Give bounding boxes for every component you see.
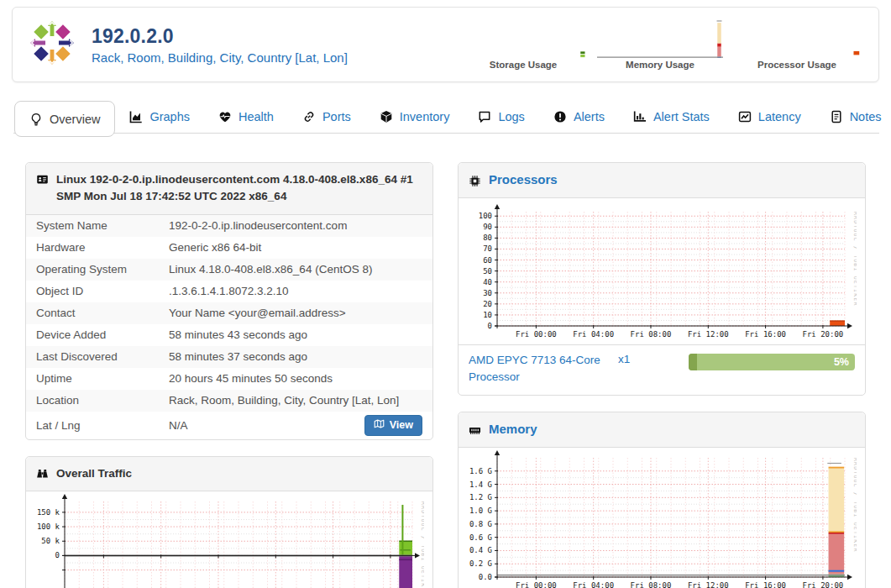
tab-overview[interactable]: Overview (14, 101, 115, 137)
svg-text:100: 100 (479, 212, 492, 220)
tab-label: Latency (758, 110, 801, 123)
row-label: Uptime (36, 372, 169, 385)
svg-text:1.6 G: 1.6 G (469, 467, 492, 475)
spark-memory-sparkline[interactable] (597, 20, 723, 58)
memory-icon (469, 424, 481, 437)
svg-text:60: 60 (483, 255, 492, 264)
view-location-button[interactable]: View (364, 415, 422, 436)
row-value: Generic x86 64-bit (169, 241, 422, 254)
svg-text:Fri 20:00: Fri 20:00 (803, 581, 844, 588)
system-info-table: System Name 192-0-2-0.ip.linodeuserconte… (26, 215, 432, 439)
processors-graph[interactable]: 0102030405060708090100Fri 00:00Fri 04:00… (464, 200, 857, 343)
device-header: 192.0.2.0 Rack, Room, Building, City, Co… (12, 7, 879, 82)
tab-label: Health (238, 110, 274, 123)
row-label: Object ID (36, 285, 169, 297)
svg-text:Fri 00:00: Fri 00:00 (516, 581, 557, 588)
mini-graph-label: Processor Usage (734, 60, 860, 70)
device-title: 192.0.2.0 (92, 25, 348, 48)
tab-alert-stats[interactable]: Alert Stats (619, 101, 724, 133)
device-location-link[interactable]: Rack, Room, Building, City, Country [Lat… (92, 50, 348, 65)
svg-text:Fri 04:00: Fri 04:00 (573, 330, 614, 339)
system-row-uptime: Uptime 20 hours 45 minutes 50 seconds (26, 368, 432, 390)
svg-text:RRDTOOL / TOBI OETIKER: RRDTOOL / TOBI OETIKER (852, 212, 857, 307)
memory-panel-header[interactable]: Memory (459, 412, 865, 448)
row-value: Linux 4.18.0-408.el8.x86_64 (CentOS 8) (169, 263, 422, 276)
svg-text:0.6 G: 0.6 G (469, 533, 492, 542)
tab-label: Logs (498, 110, 524, 123)
spark-storage-sparkline[interactable] (460, 20, 586, 58)
cpu-count: x1 (618, 352, 677, 365)
processors-panel-header[interactable]: Processors (459, 163, 865, 198)
tab-alerts[interactable]: Alerts (539, 101, 619, 133)
cpu-name-link[interactable]: AMD EPYC 7713 64-Core Processor (469, 352, 611, 387)
left-column: Linux 192-0-2-0.ip.linodeusercontent.com… (25, 162, 433, 588)
overall-traffic-title: Overall Traffic (56, 465, 132, 482)
cube-icon (380, 110, 393, 123)
svg-text:RRDTOOL / TOBI OETIKER: RRDTOOL / TOBI OETIKER (420, 501, 424, 588)
mini-graph-memory-usage[interactable]: Memory Usage (597, 20, 723, 70)
row-label: Device Added (36, 328, 169, 341)
svg-text:RRDTOOL / TOBI OETIKER: RRDTOOL / TOBI OETIKER (852, 458, 857, 553)
mini-graph-processor-usage[interactable]: Processor Usage (734, 20, 860, 70)
tab-label: Graphs (149, 110, 190, 123)
svg-text:Fri 08:00: Fri 08:00 (631, 330, 672, 339)
tab-notes[interactable]: Notes (815, 101, 891, 133)
svg-text:0.0: 0.0 (479, 573, 492, 581)
row-value: .1.3.6.1.4.1.8072.3.2.10 (169, 285, 422, 297)
centos-logo (28, 18, 76, 71)
svg-text:0: 0 (488, 322, 492, 330)
svg-text:10: 10 (483, 310, 492, 318)
row-label: System Name (36, 219, 169, 232)
svg-text:30: 30 (483, 288, 492, 297)
microchip-icon (469, 175, 481, 187)
map-icon (374, 418, 385, 432)
tab-label: Alerts (574, 110, 605, 123)
system-row-hardware: Hardware Generic x86 64-bit (26, 237, 432, 259)
tab-bar-divider (13, 133, 879, 134)
chart-bar-icon (633, 110, 647, 123)
address-card-icon (36, 173, 49, 186)
svg-text:Fri 20:00: Fri 20:00 (803, 330, 844, 339)
overall-traffic-graph[interactable]: 050 k100 k150 kRRDTOOL / TOBI OETIKER (31, 493, 424, 588)
tab-label: Alert Stats (653, 110, 710, 123)
device-tab-bar: Overview Graphs Health Ports Inventory L… (12, 101, 879, 138)
system-panel-header: Linux 192-0-2-0.ip.linodeusercontent.com… (26, 163, 432, 215)
spark-processor-sparkline[interactable] (734, 20, 860, 58)
tab-latency[interactable]: Latency (724, 101, 815, 133)
row-value: Your Name <your@email.address> (169, 307, 422, 319)
svg-text:Fri 16:00: Fri 16:00 (745, 581, 786, 588)
tab-ports[interactable]: Ports (288, 101, 365, 133)
row-value: 20 hours 45 minutes 50 seconds (169, 372, 422, 385)
row-value: 58 minutes 43 seconds ago (169, 328, 422, 341)
row-label: Last Discovered (36, 350, 169, 363)
tab-inventory[interactable]: Inventory (365, 101, 464, 133)
tab-logs[interactable]: Logs (464, 101, 538, 133)
tab-graphs[interactable]: Graphs (115, 101, 204, 133)
overview-content: Linux 192-0-2-0.ip.linodeusercontent.com… (25, 162, 866, 588)
svg-text:Fri 08:00: Fri 08:00 (631, 581, 672, 588)
overall-traffic-header: Overall Traffic (26, 457, 432, 491)
tab-label: Notes (850, 110, 882, 123)
tab-health[interactable]: Health (204, 101, 288, 133)
system-panel: Linux 192-0-2-0.ip.linodeusercontent.com… (25, 162, 433, 440)
row-value: 58 minutes 37 seconds ago (169, 350, 422, 363)
memory-graph[interactable]: 0.00.2 G0.4 G0.6 G0.8 G1.0 G1.2 G1.4 G1.… (464, 449, 857, 588)
row-value: 192-0-2-0.ip.linodeusercontent.com (169, 219, 422, 232)
svg-text:0.2 G: 0.2 G (469, 559, 492, 568)
device-titles: 192.0.2.0 Rack, Room, Building, City, Co… (92, 25, 348, 65)
svg-text:100 k: 100 k (37, 522, 60, 531)
svg-text:40: 40 (483, 277, 492, 286)
svg-text:1.4 G: 1.4 G (469, 480, 492, 488)
mini-graph-storage-usage[interactable]: Storage Usage (460, 20, 586, 70)
exclamation-circle-icon (553, 110, 567, 123)
svg-text:70: 70 (483, 244, 492, 253)
device-overview-page: 192.0.2.0 Rack, Room, Building, City, Co… (0, 7, 891, 588)
heartbeat-icon (218, 110, 232, 123)
binoculars-icon (36, 467, 49, 480)
svg-text:0: 0 (55, 551, 60, 559)
svg-text:0.8 G: 0.8 G (469, 520, 492, 528)
svg-text:Fri 04:00: Fri 04:00 (573, 581, 614, 588)
row-label: Contact (36, 307, 169, 319)
cpu-usage-fill (689, 354, 697, 370)
system-row-device-added: Device Added 58 minutes 43 seconds ago (26, 324, 432, 346)
